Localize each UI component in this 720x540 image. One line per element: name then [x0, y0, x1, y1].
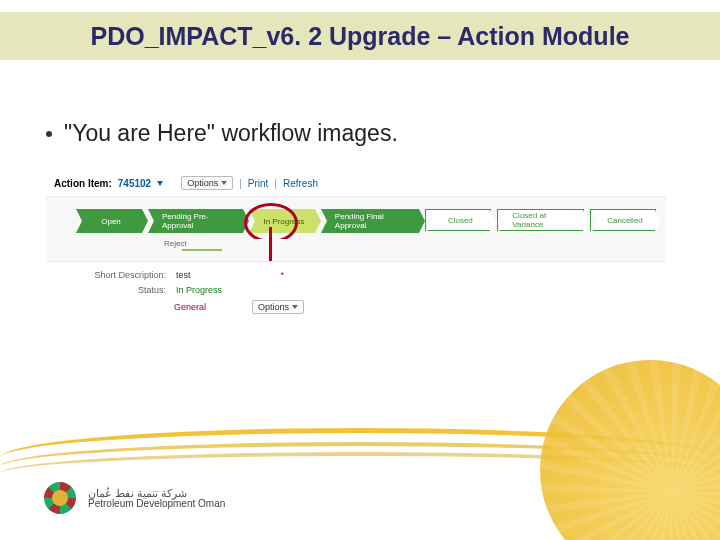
reject-connector-icon: [182, 249, 222, 251]
bullet-row: "You are Here" workflow images.: [46, 120, 398, 147]
step-label: Open: [101, 217, 121, 226]
refresh-link[interactable]: Refresh: [283, 178, 318, 189]
general-row: General Options: [56, 300, 656, 314]
chevron-down-icon[interactable]: [157, 181, 163, 186]
options-dropdown[interactable]: Options: [181, 176, 233, 190]
required-asterisk-icon: *: [281, 270, 285, 280]
workflow-wrap: Open Pending Pre-Approval In Progress Pe…: [46, 197, 666, 261]
step-label: Pending Pre-Approval: [162, 212, 233, 230]
options-label: Options: [187, 178, 218, 188]
chevron-down-icon: [221, 181, 227, 185]
workflow-step-closed-variance[interactable]: Closed at Variance: [497, 209, 584, 231]
short-desc-label: Short Description:: [56, 270, 166, 280]
bullet-dot-icon: [46, 131, 52, 137]
step-label: Closed at Variance: [512, 211, 573, 229]
detail-row-status: Status: In Progress: [56, 285, 656, 295]
status-value: In Progress: [176, 285, 222, 295]
separator: |: [239, 178, 242, 189]
workflow-step-cancelled[interactable]: Cancelled: [590, 209, 656, 231]
screenshot-header: Action Item: 745102 Options | Print | Re…: [46, 170, 666, 197]
workflow-step-pending-final[interactable]: Pending Final Approval: [321, 209, 419, 233]
workflow-step-in-progress[interactable]: In Progress: [249, 209, 315, 233]
company-name-arabic: شركة تنمية نفط عُمان: [88, 488, 225, 499]
workflow-row: Open Pending Pre-Approval In Progress Pe…: [46, 197, 666, 239]
reject-row: Reject: [46, 239, 666, 261]
options-dropdown-2[interactable]: Options: [252, 300, 304, 314]
title-band: PDO_IMPACT_v6. 2 Upgrade – Action Module: [0, 12, 720, 60]
short-desc-value: test: [176, 270, 191, 280]
action-item-label: Action Item:: [54, 178, 112, 189]
general-tab[interactable]: General: [174, 302, 206, 312]
detail-row-desc: Short Description: test *: [56, 270, 656, 280]
details-panel: Short Description: test * Status: In Pro…: [46, 261, 666, 324]
workflow-step-closed[interactable]: Closed: [425, 209, 491, 231]
embedded-screenshot: Action Item: 745102 Options | Print | Re…: [46, 170, 666, 324]
company-name: شركة تنمية نفط عُمان Petroleum Developme…: [88, 488, 225, 509]
step-label: Pending Final Approval: [335, 212, 409, 230]
options-label: Options: [258, 302, 289, 312]
reject-label: Reject: [164, 239, 187, 248]
status-label: Status:: [56, 285, 166, 295]
step-label: In Progress: [263, 217, 304, 226]
step-label: Closed: [448, 216, 473, 225]
bullet-text: "You are Here" workflow images.: [64, 120, 398, 147]
step-label: Cancelled: [607, 216, 643, 225]
slide-title: PDO_IMPACT_v6. 2 Upgrade – Action Module: [91, 22, 630, 51]
pdo-logo-icon: [44, 482, 76, 514]
print-link[interactable]: Print: [248, 178, 269, 189]
separator: |: [274, 178, 277, 189]
workflow-step-open[interactable]: Open: [76, 209, 142, 233]
corner-sun-icon: [540, 360, 720, 540]
chevron-down-icon: [292, 305, 298, 309]
company-name-english: Petroleum Development Oman: [88, 499, 225, 509]
action-item-value[interactable]: 745102: [118, 178, 151, 189]
company-logo-row: شركة تنمية نفط عُمان Petroleum Developme…: [44, 482, 225, 514]
workflow-step-pending-pre[interactable]: Pending Pre-Approval: [148, 209, 243, 233]
